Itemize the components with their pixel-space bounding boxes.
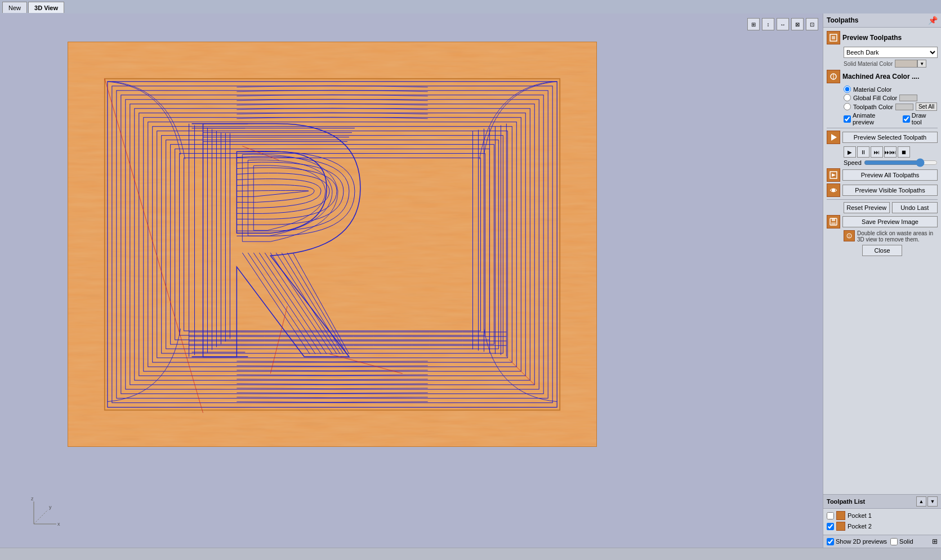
preview-all-icon: [827, 168, 840, 182]
list-item: Pocket 1: [827, 511, 938, 520]
view-x-icon[interactable]: ⊠: [791, 18, 804, 30]
right-panel: Toolpaths 📌 Preview Toolpaths Beech Dark…: [823, 14, 941, 548]
pocket1-icon: [836, 511, 845, 520]
toolpath-color-radio-label[interactable]: Toolpath Color Set All: [844, 102, 938, 111]
material-color-radio[interactable]: [844, 86, 851, 93]
animate-draw-row: Animate preview Draw tool: [844, 112, 938, 126]
svg-marker-35: [831, 134, 837, 141]
preview-all-button[interactable]: Preview All Toolpaths: [842, 169, 938, 181]
divider-1: [827, 128, 938, 128]
svg-line-27: [34, 510, 48, 524]
toolpath-list-up-btn[interactable]: ▲: [916, 496, 926, 507]
pocket2-label: Pocket 2: [848, 523, 872, 530]
svg-rect-32: [832, 36, 835, 39]
save-preview-button[interactable]: Save Preview Image: [842, 216, 938, 227]
undo-last-button[interactable]: Undo Last: [892, 202, 938, 213]
wood-canvas: [68, 42, 597, 447]
svg-text:i: i: [849, 234, 850, 239]
preview-all-row: Preview All Toolpaths: [827, 168, 938, 182]
pocket2-icon: [836, 522, 845, 531]
tab-3d-view-label: 3D View: [34, 5, 58, 11]
pocket1-checkbox[interactable]: [827, 512, 834, 519]
tab-new[interactable]: New: [2, 2, 27, 13]
material-dropdown-row: Beech Dark Pine Oak MDF Walnut: [844, 47, 938, 58]
toolpath-list-title: Toolpath List: [827, 498, 865, 505]
global-fill-radio[interactable]: [844, 94, 851, 101]
toolpath-color-radio[interactable]: [844, 103, 851, 110]
list-item: Pocket 2: [827, 522, 938, 531]
animate-preview-label[interactable]: Animate preview: [844, 112, 898, 126]
reset-preview-button[interactable]: Reset Preview: [844, 202, 890, 213]
skip-forward-button[interactable]: ⏭: [871, 146, 883, 158]
view-reset-icon[interactable]: ⊞: [747, 18, 760, 30]
solid-color-swatch[interactable]: [895, 60, 917, 68]
hint-text: Double click on waste areas in 3D view t…: [857, 230, 938, 243]
tab-3d-view[interactable]: 3D View: [28, 2, 64, 13]
toolpath-color-swatch[interactable]: [895, 104, 913, 110]
global-fill-swatch[interactable]: [899, 95, 917, 101]
toolpath-list-down-btn[interactable]: ▼: [927, 496, 938, 507]
view-y-icon[interactable]: ↕: [762, 18, 774, 30]
material-dropdown[interactable]: Beech Dark Pine Oak MDF Walnut: [844, 47, 938, 58]
close-button[interactable]: Close: [862, 245, 902, 256]
skip-to-end-button[interactable]: ⏭⏭: [884, 146, 897, 158]
color-radio-group: Material Color Global Fill Color Toolpat…: [844, 86, 938, 111]
reset-undo-row: Reset Preview Undo Last: [844, 202, 938, 213]
play-button[interactable]: ▶: [844, 146, 856, 158]
animate-preview-text: Animate preview: [853, 112, 898, 126]
divider-2: [827, 199, 938, 200]
save-preview-row: Save Preview Image: [827, 215, 938, 229]
panel-header: Toolpaths 📌: [823, 14, 941, 28]
pause-button[interactable]: ⏸: [857, 146, 869, 158]
pocket2-checkbox[interactable]: [827, 523, 834, 530]
preview-selected-row: Preview Selected Toolpath: [827, 131, 938, 144]
draw-tool-checkbox[interactable]: [903, 115, 910, 123]
preview-visible-icon: [827, 183, 840, 197]
speed-slider[interactable]: [864, 159, 938, 166]
axis-indicator: x z y: [28, 496, 62, 531]
panel-title: Toolpaths: [827, 16, 858, 24]
status-bar: [0, 548, 941, 560]
footer-icon-btn[interactable]: ⊞: [932, 537, 938, 545]
solid-material-label: Solid Material Color: [844, 61, 893, 67]
set-all-button[interactable]: Set All: [916, 102, 937, 111]
material-color-text: Material Color: [853, 86, 891, 93]
solid-label[interactable]: Solid: [890, 538, 913, 545]
preview-section-icon: [827, 31, 840, 44]
toolpath-list-header: Toolpath List ▲ ▼: [823, 494, 941, 509]
global-fill-text: Global Fill Color: [853, 95, 897, 101]
preview-visible-button[interactable]: Preview Visible Toolpaths: [842, 185, 938, 196]
solid-color-dropdown-btn[interactable]: ▼: [917, 60, 926, 68]
preview-section-header: Preview Toolpaths: [827, 31, 938, 44]
draw-tool-text: Draw tool: [912, 112, 938, 126]
stop-button[interactable]: ⏹: [898, 146, 910, 158]
panel-footer: Show 2D previews Solid ⊞: [823, 535, 941, 548]
material-color-radio-label[interactable]: Material Color: [844, 86, 938, 93]
global-fill-radio-label[interactable]: Global Fill Color: [844, 94, 938, 101]
pin-button[interactable]: 📌: [928, 16, 938, 25]
view-z-icon[interactable]: ↔: [777, 18, 789, 30]
preview-selected-button[interactable]: Preview Selected Toolpath: [842, 132, 938, 143]
tab-new-label: New: [8, 5, 21, 11]
svg-rect-0: [68, 42, 596, 446]
canvas-area[interactable]: ⊞ ↕ ↔ ⊠ ⊡: [0, 14, 823, 548]
tab-bar: New 3D View: [0, 0, 941, 14]
solid-checkbox[interactable]: [890, 538, 898, 545]
machined-area-header: Machined Area Color ....: [827, 70, 938, 83]
preview-selected-icon: [827, 131, 840, 144]
speed-label: Speed: [844, 159, 862, 166]
toolpath-list-icons: ▲ ▼: [916, 496, 938, 507]
hint-icon: i: [844, 230, 855, 241]
svg-text:z: z: [31, 496, 34, 501]
show-2d-label[interactable]: Show 2D previews: [827, 538, 887, 545]
view-iso-icon[interactable]: ⊡: [806, 18, 818, 30]
draw-tool-label[interactable]: Draw tool: [903, 112, 938, 126]
show-2d-checkbox[interactable]: [827, 538, 834, 545]
animate-preview-checkbox[interactable]: [844, 115, 851, 123]
playback-controls: ▶ ⏸ ⏭ ⏭⏭ ⏹: [844, 146, 938, 158]
main-layout: ⊞ ↕ ↔ ⊠ ⊡: [0, 14, 941, 548]
machined-area-title: Machined Area Color ....: [842, 73, 919, 80]
preview-visible-row: Preview Visible Toolpaths: [827, 183, 938, 197]
svg-text:y: y: [49, 504, 52, 510]
svg-text:x: x: [57, 521, 60, 527]
